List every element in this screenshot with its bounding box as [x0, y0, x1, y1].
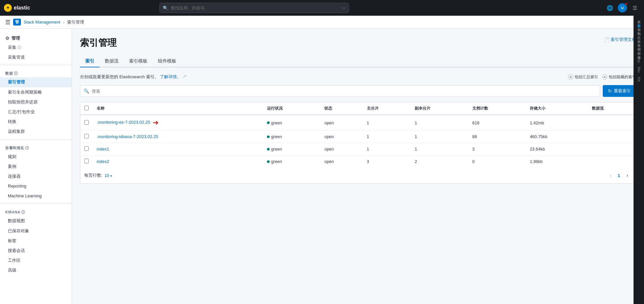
- row-replicas: 1: [411, 143, 468, 155]
- more-icon[interactable]: ☰: [630, 3, 640, 13]
- per-page-selector[interactable]: 每页行数: 10 ▾: [84, 172, 112, 178]
- row-name: index2: [93, 155, 263, 168]
- row-checkbox[interactable]: [84, 120, 89, 125]
- row-storage: 23.64kb: [526, 143, 588, 155]
- row-primaries: 1: [363, 131, 411, 143]
- right-sidebar-item-connectors[interactable]: 连接: [636, 51, 642, 55]
- index-link[interactable]: index1: [97, 147, 109, 152]
- table: 名称 运行状况 状态 主分片 副本分片 文档计数 存储大小 数据流 .monit…: [80, 102, 636, 168]
- global-search-input[interactable]: [171, 6, 338, 10]
- row-checkbox-cell: [80, 155, 93, 168]
- sidebar-item-search-sessions[interactable]: 搜索会话: [0, 246, 72, 256]
- sidebar-item-pipeline[interactable]: 采集管道: [0, 52, 72, 62]
- learn-more-link[interactable]: 了解详情。: [160, 74, 181, 79]
- tab-datastreams[interactable]: 数据流: [100, 56, 124, 67]
- doc-icon: 📄: [604, 37, 609, 42]
- sidebar-item-workspaces[interactable]: 工作区: [0, 256, 72, 265]
- sidebar-section-header: ⚙ 管理: [0, 33, 72, 43]
- right-sidebar-item-rollup[interactable]: 汇总: [636, 31, 642, 35]
- filter-hidden: ✕ 包括隐藏的索引: [602, 74, 636, 80]
- sidebar-item-cases[interactable]: 案例: [0, 162, 72, 171]
- sidebar-item-snapshot[interactable]: 拍取快照并还原: [0, 97, 72, 107]
- tab-component-templates[interactable]: 组件模板: [153, 56, 181, 67]
- user-avatar[interactable]: U: [618, 3, 627, 12]
- breadcrumb-parent[interactable]: Stack Management: [24, 20, 60, 25]
- sidebar-item-index-mgmt[interactable]: 索引管理: [0, 77, 72, 87]
- header-storage: 存储大小: [526, 102, 588, 115]
- row-health: green: [263, 155, 321, 168]
- right-sidebar-item-index[interactable]: 索引: [636, 24, 642, 27]
- next-page-button[interactable]: ›: [623, 171, 632, 180]
- right-sidebar-item-collect[interactable]: 采集: [636, 16, 642, 20]
- filter-hidden-label: 包括隐藏的索引: [609, 74, 636, 80]
- sidebar-item-reporting[interactable]: Reporting: [0, 181, 72, 191]
- index-link[interactable]: index2: [97, 159, 109, 164]
- right-sidebar-item-cases[interactable]: 案例: [636, 47, 642, 51]
- row-datastream: [588, 131, 636, 143]
- help-icon[interactable]: 🌐: [605, 3, 615, 13]
- row-primaries: 3: [363, 155, 411, 168]
- sidebar-item-data-views[interactable]: 数据视图: [0, 216, 72, 226]
- index-link[interactable]: .monitoring-kibana-7-2023.02.25: [97, 134, 158, 139]
- row-storage: 1.98kb: [526, 155, 588, 168]
- elastic-logo[interactable]: ✦ elastic: [4, 4, 30, 12]
- breadcrumb-current: 索引管理: [67, 19, 84, 25]
- right-sidebar: 采集 数据 索引 拍取 汇总 转换 告警 规则 案例 连接 Rep Mac Ki…: [634, 0, 644, 304]
- row-docs: 3: [468, 143, 526, 155]
- sidebar-item-ml[interactable]: Machine Learning: [0, 191, 72, 201]
- row-checkbox[interactable]: [84, 146, 89, 151]
- health-indicator: [267, 148, 270, 151]
- filter-hidden-remove[interactable]: ✕: [602, 74, 607, 80]
- prev-page-button[interactable]: ‹: [606, 171, 615, 180]
- search-icon: 🔍: [84, 88, 89, 94]
- right-sidebar-item-mac[interactable]: Mac: [636, 65, 641, 75]
- top-nav-actions: 🌐 U ☰: [605, 3, 640, 13]
- hamburger-menu[interactable]: ☰: [5, 19, 10, 26]
- top-nav: ✦ elastic 🔍 ⌥/ 🌐 U ☰: [0, 0, 644, 16]
- sidebar-item-transforms[interactable]: 转换: [0, 117, 72, 127]
- row-status: open: [320, 143, 363, 155]
- doc-link[interactable]: 📄 索引管理文档: [604, 37, 636, 43]
- filter-rollup-remove[interactable]: ✕: [568, 74, 573, 80]
- row-checkbox[interactable]: [84, 159, 89, 163]
- filter-group: ✕ 包括汇总索引 ✕ 包括隐藏的索引: [568, 74, 636, 80]
- header-name: 名称: [93, 102, 263, 115]
- right-sidebar-item-rules[interactable]: 规则: [636, 43, 642, 47]
- chevron-down-icon: ▾: [110, 174, 112, 178]
- per-page-value[interactable]: 10 ▾: [104, 173, 112, 178]
- row-docs: 88: [468, 131, 526, 143]
- right-sidebar-item-rep[interactable]: Rep: [636, 55, 641, 65]
- index-search[interactable]: 🔍: [80, 85, 600, 97]
- sidebar-item-advanced[interactable]: 高级: [0, 265, 72, 275]
- sidebar-item-ilm[interactable]: 索引生命周期策略: [0, 87, 72, 97]
- tab-indices[interactable]: 索引: [80, 56, 100, 67]
- sidebar-item-tags[interactable]: 标签: [0, 236, 72, 246]
- sidebar-item-saved-objects[interactable]: 已保存对象: [0, 226, 72, 236]
- row-checkbox[interactable]: [84, 134, 89, 138]
- row-name: .monitoring-kibana-7-2023.02.25: [93, 131, 263, 143]
- select-all-checkbox[interactable]: [84, 106, 89, 110]
- index-search-input[interactable]: [92, 89, 597, 94]
- row-health: green: [263, 115, 321, 131]
- row-docs: 618: [468, 115, 526, 131]
- reload-button[interactable]: ↻ 重载索引: [603, 85, 636, 97]
- right-sidebar-item-transform[interactable]: 转换: [636, 35, 642, 39]
- reload-label: 重载索引: [614, 88, 631, 94]
- sidebar-item-connectors[interactable]: 连接器: [0, 171, 72, 181]
- index-link[interactable]: .monitoring-es-7-2023.02.25: [97, 120, 150, 125]
- reload-icon: ↻: [608, 88, 612, 94]
- right-sidebar-item-data[interactable]: 数据: [636, 20, 642, 24]
- stack-mgmt-badge: 管: [13, 19, 21, 26]
- tab-index-templates[interactable]: 索引模板: [124, 56, 153, 67]
- right-sidebar-item-snapshot[interactable]: 拍取: [636, 27, 642, 31]
- global-search[interactable]: 🔍 ⌥/: [159, 3, 349, 13]
- row-primaries: 1: [363, 115, 411, 131]
- sidebar-item-rollup[interactable]: 汇总/打包作业: [0, 107, 72, 117]
- sidebar-item-remote-clusters[interactable]: 远程集群: [0, 127, 72, 136]
- health-indicator: [267, 135, 270, 138]
- row-replicas: 2: [411, 155, 468, 168]
- right-sidebar-item-kibana[interactable]: Kib: [636, 75, 641, 83]
- sidebar-item-rules[interactable]: 规则: [0, 152, 72, 162]
- right-sidebar-item-alerts[interactable]: 告警: [636, 39, 642, 43]
- sidebar-item-collect[interactable]: 采集 ⓘ: [0, 43, 72, 52]
